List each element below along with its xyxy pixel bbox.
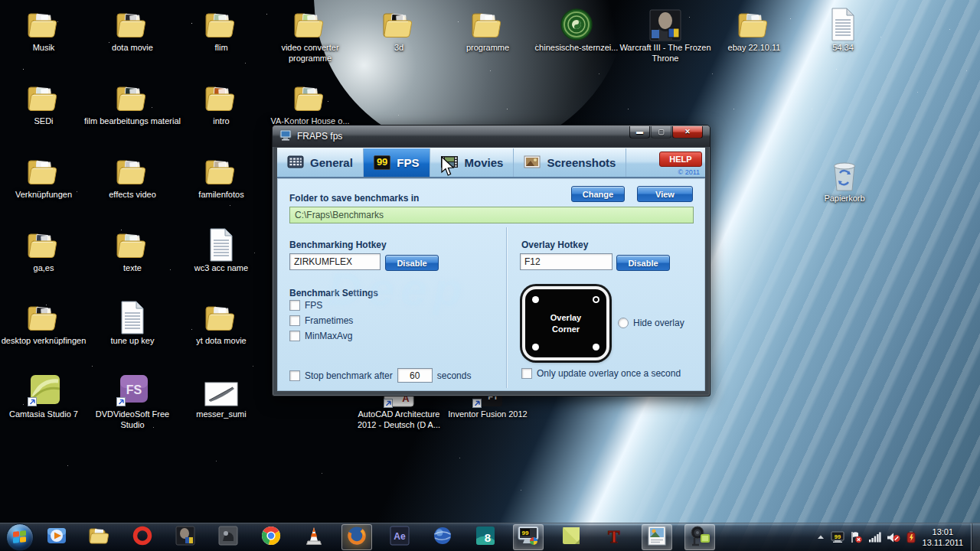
volume-muted-icon[interactable]: [887, 532, 900, 543]
overlay-hotkey-field[interactable]: F12: [520, 253, 612, 270]
benchmarking-disable-button[interactable]: Disable: [385, 255, 439, 271]
desktop-icon[interactable]: texte: [83, 227, 181, 274]
view-button[interactable]: View: [637, 186, 693, 202]
taskbar-item-fraps[interactable]: 99: [513, 524, 544, 550]
network-signal-icon[interactable]: [868, 532, 881, 543]
taskbar-item-red-t-app[interactable]: T: [599, 524, 629, 550]
action-center-icon[interactable]: [850, 531, 863, 543]
taskbar-item-windows-media-player[interactable]: [41, 524, 72, 550]
start-button[interactable]: [6, 523, 34, 551]
taskbar-item-camtasia-recorder[interactable]: [684, 524, 715, 550]
doc-icon: [172, 227, 270, 262]
desktop-icon[interactable]: programme: [439, 6, 537, 54]
desktop-icon-label: video converter programme: [261, 43, 359, 64]
taskbar-item-app-8[interactable]: 8: [470, 524, 501, 550]
fraps-tray-icon[interactable]: 99: [831, 531, 844, 543]
desktop-icon[interactable]: intro: [172, 80, 270, 127]
desktop-icon[interactable]: VA-Kontor House o...: [261, 80, 359, 127]
desktop-icon[interactable]: flim: [172, 6, 270, 54]
fps-checkbox[interactable]: [289, 300, 300, 311]
benchmarking-hotkey-field[interactable]: ZIRKUMFLEX: [289, 253, 381, 270]
stop-seconds-field[interactable]: 60: [397, 368, 433, 383]
tab-movies[interactable]: Movies: [430, 148, 514, 177]
minmaxavg-checkbox[interactable]: [289, 331, 300, 341]
game-app-icon: [217, 525, 239, 549]
overlay-corner-bottom-left-radio[interactable]: [532, 344, 539, 350]
fps-99-icon: 99: [374, 155, 390, 169]
benchmark-path-field[interactable]: C:\Fraps\Benchmarks: [289, 207, 694, 223]
help-button[interactable]: HELP: [659, 152, 702, 167]
desktop-icon[interactable]: SEDi: [0, 80, 93, 127]
taskbar-item-globe-app[interactable]: [427, 524, 458, 550]
stop-benchmark-checkbox[interactable]: [289, 370, 300, 381]
taskbar-item-warcraft-3[interactable]: [170, 524, 201, 550]
desktop-icon[interactable]: chinesische-sternzei...: [528, 6, 626, 54]
desktop-icon[interactable]: FSDVDVideoSoft Free Studio: [83, 373, 181, 431]
desktop-icon[interactable]: yt dota movie: [172, 299, 270, 347]
overlay-corner-selector[interactable]: Overlay Corner: [522, 286, 609, 360]
overlay-disable-button[interactable]: Disable: [616, 255, 670, 271]
taskbar-item-chrome-browser[interactable]: [256, 524, 286, 550]
taskbar-item-vlc-player[interactable]: [299, 524, 329, 550]
overlay-corner-top-left-radio[interactable]: [532, 296, 539, 303]
red-t-app-icon: T: [604, 526, 624, 549]
desktop-icon[interactable]: Papierkorb: [795, 157, 893, 204]
folder-icon: [705, 6, 803, 41]
desktop-icon[interactable]: 54.34: [794, 6, 892, 54]
desktop-icon[interactable]: ebay 22.10.11: [705, 6, 803, 54]
overlay-corner-bottom-right-radio[interactable]: [593, 344, 599, 350]
folder-icon: [0, 299, 93, 334]
show-hidden-icons-icon[interactable]: [816, 533, 825, 542]
change-button[interactable]: Change: [571, 186, 625, 202]
desktop-icon[interactable]: messer_sumi: [172, 373, 270, 420]
hide-overlay-radio[interactable]: [618, 318, 629, 328]
desktop-icon[interactable]: dota movie: [83, 6, 181, 54]
photo-icon: [524, 155, 541, 171]
desktop-icon[interactable]: Camtasia Studio 7: [0, 373, 93, 420]
zodiac-icon: [528, 6, 626, 41]
desktop-icon[interactable]: desktop verknüpfingen: [0, 299, 93, 347]
taskbar-item-windows-explorer[interactable]: [84, 524, 115, 550]
maximize-button[interactable]: ▢: [651, 126, 671, 139]
frametimes-checkbox[interactable]: [289, 315, 300, 326]
close-button[interactable]: ✕: [672, 126, 703, 139]
show-desktop-button[interactable]: [971, 523, 980, 551]
windows-explorer-icon: [88, 526, 111, 549]
desktop-icon[interactable]: Verknüpfungen: [0, 153, 93, 201]
window-titlebar[interactable]: FRAPS fps ▬ ▢ ✕: [273, 126, 710, 147]
svg-text:FS: FS: [126, 383, 142, 396]
taskbar-item-opera-browser[interactable]: [127, 524, 158, 550]
desktop-icon[interactable]: film bearbeitungs material: [83, 80, 181, 127]
desktop-icon[interactable]: Warcraft III - The Frozen Throne: [616, 6, 714, 64]
tab-fps[interactable]: 99 FPS: [364, 148, 430, 177]
desktop-icon-label: Inventor Fusion 2012: [439, 409, 537, 420]
tab-general[interactable]: General: [277, 148, 364, 177]
desktop-icon[interactable]: video converter programme: [261, 6, 359, 64]
desktop-icon-label: Musik: [0, 43, 93, 54]
power-alert-icon[interactable]: [906, 531, 916, 543]
desktop-icon[interactable]: 3d: [350, 6, 448, 54]
update-once-checkbox[interactable]: [521, 368, 532, 379]
desktop-icon[interactable]: ga,es: [0, 227, 93, 274]
overlay-corner-top-right-radio[interactable]: [593, 296, 599, 303]
desktop-icon[interactable]: tune up key: [83, 299, 181, 347]
taskbar-item-game-app[interactable]: [213, 524, 243, 550]
desktop-icon[interactable]: effects video: [83, 153, 181, 201]
update-once-row: Only update overlay once a second: [521, 368, 681, 379]
desktop-icon-label: AutoCAD Architecture 2012 - Deutsch (D A…: [350, 409, 448, 431]
tray-date: 13.11.2011: [923, 537, 963, 548]
taskbar-item-after-effects[interactable]: Ae: [384, 524, 415, 550]
taskbar-item-firefox-browser[interactable]: [341, 524, 372, 550]
opera-browser-icon: [132, 526, 152, 549]
desktop-icon[interactable]: Musik: [0, 6, 93, 54]
desktop-icon-label: ga,es: [0, 263, 93, 274]
desktop-icon-label: SEDi: [0, 116, 93, 127]
folder-icon: [83, 6, 181, 41]
taskbar-item-image-viewer[interactable]: [642, 524, 672, 550]
taskbar-item-notes-app[interactable]: [556, 524, 586, 550]
clock[interactable]: 13:01 13.11.2011: [923, 527, 963, 549]
tab-screenshots[interactable]: Screenshots: [514, 148, 626, 177]
desktop-icon[interactable]: wc3 acc name: [172, 227, 270, 274]
minimize-button[interactable]: ▬: [629, 126, 650, 139]
desktop-icon[interactable]: familenfotos: [172, 153, 270, 201]
